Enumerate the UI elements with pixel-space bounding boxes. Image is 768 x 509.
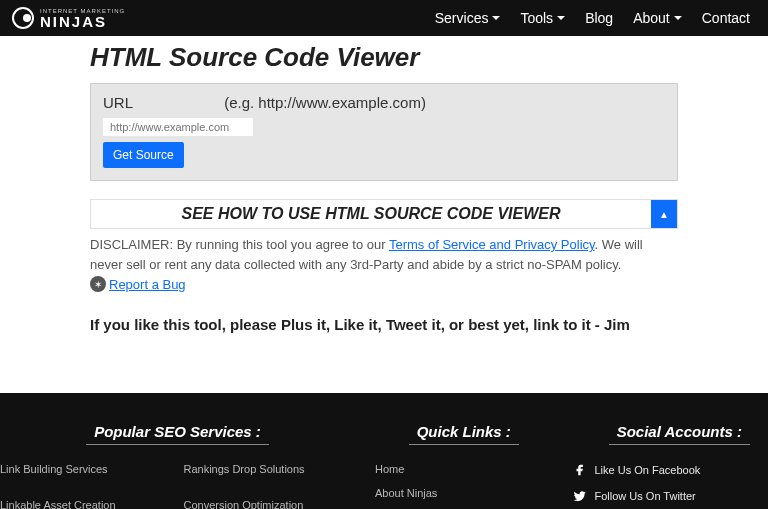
nav-services[interactable]: Services — [435, 10, 501, 26]
footer-heading-quick: Quick Links : — [409, 423, 519, 445]
bug-icon: ✶ — [90, 276, 106, 292]
top-nav-bar: INTERNET MARKETING NINJAS Services Tools… — [0, 0, 768, 36]
chevron-down-icon — [674, 16, 682, 20]
footer-col-social: Social Accounts : Like Us On Facebook Fo… — [573, 423, 751, 509]
banner-collapse-button[interactable]: ▲ — [651, 200, 677, 228]
url-label: URL (e.g. http://www.example.com) — [103, 94, 426, 111]
nav-blog[interactable]: Blog — [585, 10, 613, 26]
nav-tools[interactable]: Tools — [520, 10, 565, 26]
brand-logo-icon — [12, 7, 34, 29]
nav-about[interactable]: About — [633, 10, 682, 26]
social-label: Follow Us On Twitter — [595, 490, 696, 502]
footer-link[interactable]: Conversion Optimization — [184, 499, 305, 509]
footer-col-quick: Quick Links : Home About Ninjas Ninja Le… — [375, 423, 553, 509]
footer-link[interactable]: Link Building Services — [0, 463, 124, 475]
howto-banner-text: SEE HOW TO USE HTML SOURCE CODE VIEWER — [91, 200, 651, 228]
social-twitter[interactable]: Follow Us On Twitter — [573, 489, 751, 503]
brand-name: NINJAS — [40, 14, 125, 29]
site-footer: Popular SEO Services : Link Building Ser… — [0, 393, 768, 509]
footer-link[interactable]: Home — [375, 463, 553, 475]
footer-heading-social: Social Accounts : — [609, 423, 750, 445]
terms-link[interactable]: Terms of Service and Privacy Policy — [389, 237, 595, 252]
chevron-down-icon — [557, 16, 565, 20]
chevron-down-icon — [492, 16, 500, 20]
main-content: HTML Source Code Viewer URL (e.g. http:/… — [0, 36, 768, 363]
social-facebook[interactable]: Like Us On Facebook — [573, 463, 751, 477]
footer-link[interactable]: About Ninjas — [375, 487, 553, 499]
footer-link[interactable]: Rankings Drop Solutions — [184, 463, 305, 475]
howto-banner: SEE HOW TO USE HTML SOURCE CODE VIEWER ▲ — [90, 199, 678, 229]
footer-heading-seo: Popular SEO Services : — [86, 423, 269, 445]
twitter-icon — [573, 489, 587, 503]
primary-nav: Services Tools Blog About Contact — [435, 10, 750, 26]
facebook-icon — [573, 463, 587, 477]
url-input[interactable] — [103, 118, 253, 136]
source-form: URL (e.g. http://www.example.com) Get So… — [90, 83, 678, 181]
share-prompt: If you like this tool, please Plus it, L… — [90, 316, 678, 333]
nav-contact[interactable]: Contact — [702, 10, 750, 26]
page-title: HTML Source Code Viewer — [90, 42, 678, 73]
footer-link[interactable]: Linkable Asset Creation — [0, 499, 124, 509]
chevron-up-icon: ▲ — [659, 209, 669, 220]
get-source-button[interactable]: Get Source — [103, 142, 184, 168]
footer-col-seo: Popular SEO Services : Link Building Ser… — [0, 423, 355, 509]
disclaimer-text: DISCLAIMER: By running this tool you agr… — [90, 235, 678, 274]
social-label: Like Us On Facebook — [595, 464, 701, 476]
report-bug-link[interactable]: Report a Bug — [109, 277, 186, 292]
report-bug-row: ✶ Report a Bug — [90, 276, 678, 292]
brand[interactable]: INTERNET MARKETING NINJAS — [12, 7, 125, 29]
